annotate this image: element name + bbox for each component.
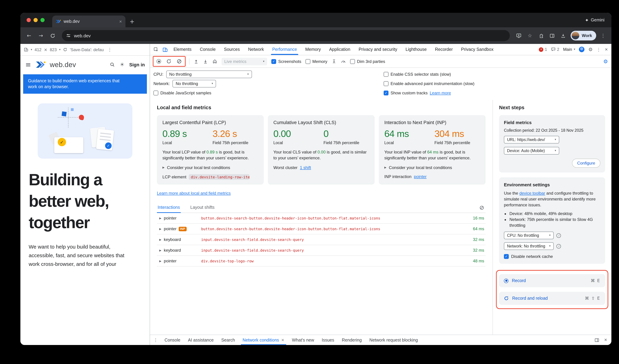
install-button[interactable]	[515, 31, 523, 40]
load-profile-button[interactable]	[194, 59, 199, 64]
back-button[interactable]: ←	[25, 31, 33, 40]
drawer-tab-network-conditions[interactable]: Network conditions×	[239, 335, 288, 345]
device-toolbar-menu-icon[interactable]: ⋮	[108, 47, 112, 52]
device-toolbar-link[interactable]: device toolbar	[519, 191, 545, 196]
close-window-button[interactable]	[27, 18, 31, 22]
clear-button[interactable]	[177, 59, 182, 64]
paint-instrumentation-row[interactable]: Enable advanced paint instrumentation (s…	[384, 81, 475, 86]
disable-cache-row[interactable]: ✓ Disable network cache	[504, 254, 600, 259]
tab-elements[interactable]: Elements	[169, 44, 196, 55]
interaction-selector[interactable]: button.devsite-search-button.devsite-hea…	[201, 216, 464, 220]
tab-lighthouse[interactable]: Lighthouse	[401, 44, 431, 55]
css-selector-stats-checkbox[interactable]	[384, 72, 389, 77]
custom-tracks-checkbox[interactable]: ✓	[384, 90, 389, 95]
interaction-row[interactable]: ▶ keyboard input.devsite-search-field.de…	[157, 234, 486, 245]
dock-panel-icon[interactable]	[594, 337, 599, 342]
field-device-select[interactable]: Device: Auto (Mobile)▾	[504, 147, 559, 154]
screenshots-checkbox-row[interactable]: ✓ Screenshots	[271, 59, 301, 64]
device-caret-icon[interactable]: ▾	[31, 48, 32, 51]
throttle-select[interactable]: 'Save-Data': defau	[70, 47, 104, 52]
disable-js-samples-checkbox[interactable]	[154, 90, 158, 95]
metrics-learn-more-link[interactable]: Learn more about local and field metrics	[157, 191, 231, 196]
expand-icon[interactable]: ▶	[157, 249, 164, 252]
extensions-button[interactable]	[537, 31, 545, 40]
theme-toggle-icon[interactable]: ☀	[120, 62, 125, 68]
tab-network[interactable]: Network	[244, 44, 268, 55]
dim-third-parties-row[interactable]: Dim 3rd parties	[350, 59, 385, 64]
hamburger-menu-icon[interactable]	[25, 62, 31, 68]
context-selector[interactable]: Main ▾	[563, 47, 575, 52]
live-metrics-home-button[interactable]	[212, 59, 217, 64]
screenshots-checkbox[interactable]: ✓	[271, 59, 276, 64]
css-selector-stats-row[interactable]: Enable CSS selector stats (slow)	[384, 72, 451, 77]
record-and-reload-button[interactable]	[166, 59, 171, 64]
expand-icon[interactable]: ▶	[157, 259, 164, 263]
expand-icon[interactable]: ▶	[157, 217, 164, 220]
performance-settings-icon[interactable]: ⚙	[603, 58, 608, 64]
tab-application[interactable]: Application	[325, 44, 354, 55]
info-icon[interactable]: i	[556, 233, 561, 238]
tab-interactions[interactable]: Interactions	[157, 203, 181, 213]
interaction-selector[interactable]: button.devsite-search-button.devsite-hea…	[201, 227, 464, 231]
drawer-tab-issues[interactable]: Issues	[318, 335, 338, 345]
minimize-window-button[interactable]	[33, 18, 38, 22]
info-icon[interactable]: i	[556, 244, 561, 248]
expand-icon[interactable]: ▶	[157, 238, 164, 241]
search-icon[interactable]	[109, 62, 115, 67]
network-throttling-select[interactable]: No throttling ▾	[173, 80, 216, 87]
bookmark-star-icon[interactable]: ☆	[526, 31, 534, 40]
tab-close-icon[interactable]: ✕	[119, 20, 122, 23]
device-toolbar-toggle[interactable]	[160, 45, 169, 54]
browser-tab[interactable]: web.dev ✕	[52, 15, 126, 27]
drawer-tab-search[interactable]: Search	[217, 335, 239, 345]
drawer-tab-ai-assistance[interactable]: AI assistance	[184, 335, 218, 345]
expand-icon[interactable]: ▶	[157, 227, 164, 230]
forward-button[interactable]: →	[36, 31, 45, 40]
side-panel-button[interactable]	[548, 31, 556, 40]
webdev-logo-text[interactable]: web.dev	[50, 61, 76, 69]
inp-interaction-link[interactable]: pointer	[414, 174, 426, 179]
tab-privacy-sandbox[interactable]: Privacy Sandbox	[457, 44, 498, 55]
env-network-select[interactable]: Network: No throttling▾	[504, 242, 554, 250]
device-height-field[interactable]: 823	[50, 47, 57, 52]
env-cpu-select[interactable]: CPU: No throttling▾	[504, 232, 554, 239]
dim-third-parties-checkbox[interactable]	[350, 59, 355, 64]
record-button[interactable]: Record ⌘ E	[499, 274, 605, 287]
disable-cache-checkbox[interactable]: ✓	[504, 254, 509, 259]
custom-tracks-row[interactable]: ✓ Show custom tracks Learn more	[384, 90, 451, 95]
tab-performance[interactable]: Performance	[268, 44, 301, 55]
tab-memory[interactable]: Memory	[301, 44, 325, 55]
drawer-tab-rendering[interactable]: Rendering	[338, 335, 366, 345]
interaction-selector[interactable]: input.devsite-search-field.devsite-searc…	[201, 238, 464, 242]
tab-privacy-security[interactable]: Privacy and security	[354, 44, 401, 55]
record-icon-button[interactable]	[156, 59, 161, 64]
close-tab-icon[interactable]: ×	[281, 338, 284, 342]
interaction-selector[interactable]: input.devsite-search-field.devsite-searc…	[201, 248, 464, 252]
memory-checkbox-row[interactable]: Memory	[305, 59, 327, 64]
devtools-close-icon[interactable]: ✕	[605, 47, 608, 52]
record-and-reload-row-button[interactable]: Record and reload ⌘ ⇧ E	[499, 292, 605, 305]
downloads-button[interactable]	[559, 31, 567, 40]
error-badge[interactable]: ✕ 1	[539, 47, 547, 52]
lcp-element-link[interactable]: div.devsite-landing-row-ite…	[189, 174, 250, 180]
lcp-expander[interactable]: ▶ Consider your local test conditions	[162, 165, 258, 170]
address-bar[interactable]: web.dev	[62, 30, 510, 41]
disable-js-samples-row[interactable]: Disable JavaScript samples	[154, 90, 211, 95]
drawer-tab-network-request-blocking[interactable]: Network request blocking	[366, 335, 422, 345]
history-select[interactable]: Live metrics ▾	[222, 57, 267, 65]
webdev-logo-icon[interactable]	[35, 60, 46, 69]
memory-checkbox[interactable]	[305, 59, 310, 64]
inp-expander[interactable]: ▶ Consider your local test conditions	[384, 165, 480, 170]
interaction-row[interactable]: ▶ keyboard input.devsite-search-field.de…	[157, 245, 486, 256]
devtools-profile-icon[interactable]	[579, 47, 584, 52]
rotate-icon[interactable]	[63, 47, 67, 52]
clear-interactions-button[interactable]	[479, 205, 486, 210]
interaction-selector[interactable]: div.devsite-top-logo-row	[201, 259, 464, 263]
profile-button[interactable]: Work	[571, 31, 596, 41]
field-url-select[interactable]: URL: https://web.dev/▾	[504, 136, 559, 143]
save-profile-button[interactable]	[203, 59, 208, 64]
cpu-throttle-button[interactable]	[341, 59, 346, 64]
interaction-row[interactable]: ▶ pointer div.devsite-top-logo-row 48 ms	[157, 256, 486, 266]
tab-sources[interactable]: Sources	[220, 44, 244, 55]
interaction-row[interactable]: ▶ pointerINP button.devsite-search-butto…	[157, 224, 486, 234]
